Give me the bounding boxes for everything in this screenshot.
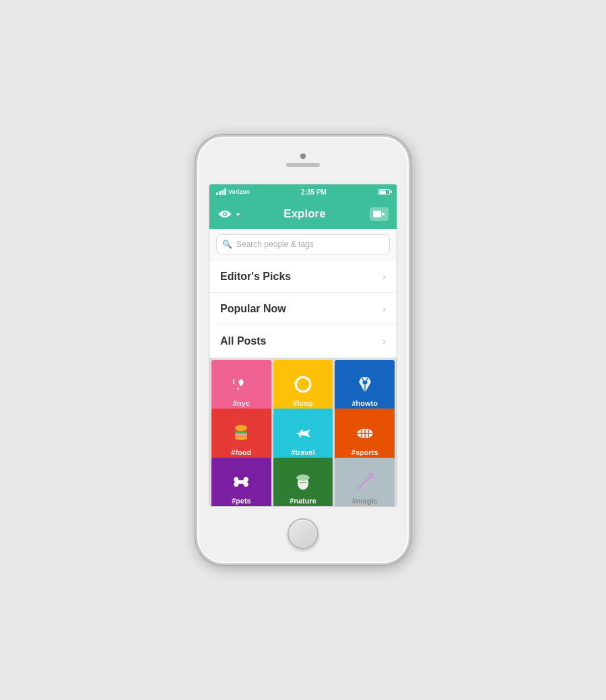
magic-label: #magic (352, 497, 378, 505)
phone-top (197, 137, 409, 184)
battery-icon (378, 189, 390, 195)
speaker (286, 163, 320, 167)
tile-pets[interactable]: #pets (211, 458, 271, 506)
nyc-label: #nyc (233, 399, 250, 407)
status-left: Verizon (216, 188, 250, 195)
search-bar[interactable]: 🔍 Search people & tags (216, 234, 390, 254)
svg-point-13 (235, 436, 247, 440)
sports-icon (353, 421, 377, 446)
menu-item-editors-picks[interactable]: Editor's Picks › (209, 260, 397, 293)
carrier-name: Verizon (228, 188, 250, 195)
food-icon (229, 421, 253, 446)
svg-point-9 (235, 425, 247, 431)
popular-now-arrow: › (382, 304, 386, 314)
svg-marker-3 (382, 212, 385, 216)
status-bar: Verizon 2:35 PM (209, 184, 397, 199)
nature-label: #nature (290, 497, 316, 505)
nav-left[interactable]: ▾ (217, 209, 240, 219)
svg-point-22 (244, 477, 248, 482)
loop-label: #loop (293, 399, 312, 407)
menu-section: Editor's Picks › Popular Now › All Posts… (209, 260, 397, 358)
svg-point-20 (234, 477, 239, 482)
search-container: 🔍 Search people & tags (209, 229, 397, 260)
magic-icon (353, 470, 377, 494)
svg-rect-11 (235, 433, 247, 437)
phone-frame: Verizon 2:35 PM ▾ Explore (195, 135, 411, 565)
svg-line-28 (359, 477, 370, 488)
svg-rect-2 (373, 211, 381, 217)
pets-icon (229, 470, 253, 494)
nav-title: Explore (283, 207, 325, 221)
pets-label: #pets (232, 497, 251, 505)
svg-point-21 (234, 482, 239, 487)
nav-right[interactable] (370, 207, 389, 221)
svg-point-23 (244, 482, 248, 487)
travel-icon (291, 421, 315, 446)
all-posts-label: All Posts (220, 335, 266, 347)
travel-label: #travel (291, 448, 314, 456)
front-camera (300, 153, 306, 159)
svg-rect-10 (235, 431, 247, 433)
menu-item-popular-now[interactable]: Popular Now › (209, 293, 397, 325)
nature-icon (291, 470, 315, 494)
svg-text:I: I (233, 377, 235, 386)
svg-point-35 (369, 475, 372, 478)
navigation-bar: ▾ Explore (209, 199, 397, 229)
svg-point-1 (224, 213, 226, 215)
eye-icon[interactable] (217, 209, 232, 219)
nav-dropdown-arrow[interactable]: ▾ (236, 211, 240, 218)
status-time: 2:35 PM (301, 188, 327, 196)
food-label: #food (231, 448, 251, 456)
sports-label: #sports (351, 448, 378, 456)
editors-picks-label: Editor's Picks (220, 271, 291, 283)
svg-point-29 (358, 487, 360, 489)
hashtag-grid: I ♥ #nyc #loop (209, 358, 397, 506)
phone-bottom (288, 507, 318, 561)
svg-point-8 (362, 381, 367, 384)
tile-magic[interactable]: #magic (335, 458, 395, 506)
search-icon: 🔍 (222, 240, 232, 249)
loop-icon (291, 372, 315, 396)
popular-now-label: Popular Now (220, 303, 286, 315)
howto-label: #howto (351, 399, 378, 407)
home-button[interactable] (288, 518, 318, 549)
signal-icon (216, 188, 226, 195)
howto-icon (353, 372, 377, 396)
svg-text:♥: ♥ (237, 386, 240, 391)
video-button[interactable] (370, 207, 389, 221)
editors-picks-arrow: › (382, 271, 386, 282)
nyc-icon: I ♥ (229, 372, 253, 396)
search-placeholder: Search people & tags (236, 240, 314, 249)
menu-item-all-posts[interactable]: All Posts › (209, 325, 397, 357)
all-posts-arrow: › (382, 336, 386, 347)
phone-screen: Verizon 2:35 PM ▾ Explore (209, 184, 397, 507)
status-right (378, 189, 390, 195)
tile-nature[interactable]: #nature (273, 458, 333, 506)
svg-rect-26 (302, 474, 304, 477)
